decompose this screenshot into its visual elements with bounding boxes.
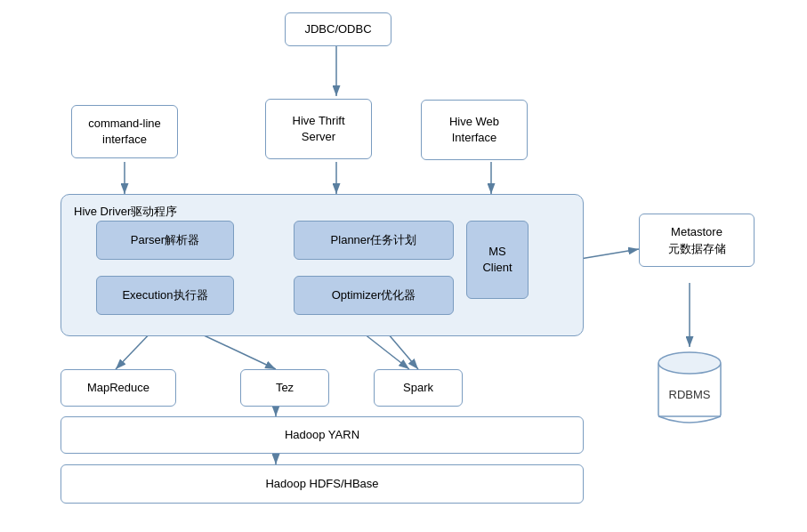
cli-box: command-line interface	[71, 105, 178, 158]
mapreduce-box: MapReduce	[61, 369, 176, 407]
svg-point-14	[658, 352, 721, 374]
web-interface-box: Hive Web Interface	[421, 100, 528, 160]
hadoop-yarn-box: Hadoop YARN	[61, 416, 584, 454]
thrift-server-box: Hive Thrift Server	[265, 99, 372, 159]
hadoop-hdfs-box: Hadoop HDFS/HBase	[61, 464, 584, 504]
jdbc-odbc-box: JDBC/ODBC	[285, 12, 391, 46]
svg-text:RDBMS: RDBMS	[669, 388, 711, 401]
driver-label: Hive Driver驱动程序	[74, 204, 177, 220]
metastore-box: Metastore 元数据存储	[639, 214, 755, 267]
planner-box: Planner任务计划	[294, 221, 454, 260]
optimizer-box: Optimizer优化器	[294, 276, 454, 315]
tez-box: Tez	[240, 369, 329, 407]
architecture-diagram: JDBC/ODBC command-line interface Hive Th…	[0, 0, 807, 532]
ms-client-box: MS Client	[466, 221, 529, 299]
parser-box: Parser解析器	[96, 221, 234, 260]
execution-box: Execution执行器	[96, 276, 234, 315]
spark-box: Spark	[374, 369, 463, 407]
rdbms-cylinder: RDBMS	[654, 347, 725, 427]
